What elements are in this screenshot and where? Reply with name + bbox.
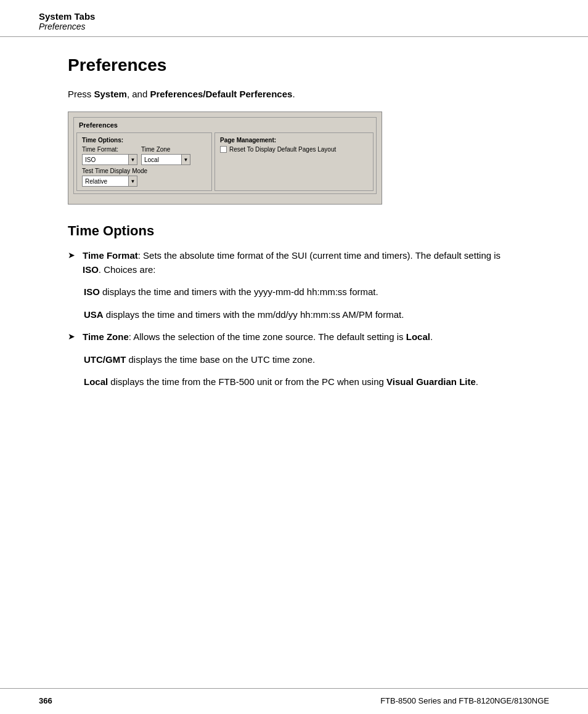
dialog-time-format-select[interactable]: ISO ▼ (82, 154, 137, 165)
dialog-left-section-label: Time Options: (82, 137, 206, 144)
dialog-body: Time Options: Time Format: ISO ▼ Time Zo… (76, 132, 374, 191)
dialog-checkbox-label: Reset To Display Default Pages Layout (229, 146, 336, 153)
dialog-format-col: Time Format: ISO ▼ (82, 146, 137, 165)
sub-text-usa: displays the time and timers with the mm… (104, 309, 404, 320)
intro-preferences: Preferences/Default Perferences (150, 89, 292, 99)
intro-suffix: . (292, 89, 295, 99)
dialog-timezone-value: Local (142, 156, 181, 163)
bullet-default-time-zone: Local (406, 331, 430, 342)
dialog-timezone-col: Time Zone Local ▼ (141, 146, 190, 165)
dialog-checkbox[interactable] (220, 146, 227, 153)
sub-bold-vgl: Visual Guardian Lite (386, 376, 476, 387)
sub-paragraph-local: Local displays the time from the FTB-500… (84, 375, 520, 389)
dialog-right-section-label: Page Management: (220, 137, 368, 144)
header-subtitle: Preferences (39, 22, 549, 31)
sub-paragraph-usa: USA displays the time and timers with th… (84, 308, 520, 322)
page-heading: Preferences (68, 55, 520, 75)
sub-bold-utc: UTC/GMT (84, 354, 126, 365)
dialog-time-format-value: ISO (83, 156, 128, 163)
bullet-default-time-format: ISO (83, 264, 99, 275)
sub-text-utc: displays the time base on the UTC time z… (126, 354, 315, 365)
bullet-arrow-time-format: ➤ (68, 250, 75, 261)
dialog-timezone-label: Time Zone (141, 146, 190, 153)
footer-product: FTB-8500 Series and FTB-8120NGE/8130NGE (380, 696, 549, 705)
sub-bold-usa: USA (84, 309, 104, 320)
bullet-arrow-time-zone: ➤ (68, 331, 75, 342)
dialog-title-bar: Preferences (76, 120, 374, 130)
sub-text-local2: . (476, 376, 478, 387)
dialog-timezone-arrow[interactable]: ▼ (181, 155, 190, 164)
dialog-checkbox-row: Reset To Display Default Pages Layout (220, 146, 368, 153)
dialog-screenshot: Preferences Time Options: Time Format: I… (68, 112, 382, 205)
dialog-timezone-select[interactable]: Local ▼ (141, 154, 190, 165)
intro-text: Press System, and Preferences/Default Pe… (68, 89, 520, 99)
bullet-choices: . Choices are: (99, 264, 156, 275)
bullet-item-time-zone: ➤ Time Zone: Allows the selection of the… (68, 330, 520, 344)
sub-paragraph-utc: UTC/GMT displays the time base on the UT… (84, 353, 520, 367)
main-content: Preferences Press System, and Preference… (0, 37, 588, 435)
bullet-text-time-format: : Sets the absolute time format of the S… (138, 250, 500, 261)
dialog-time-format-label: Time Format: (82, 146, 137, 153)
bullet-label-time-format: Time Format (83, 250, 138, 261)
intro-middle: , and (127, 89, 150, 99)
sub-text-local: displays the time from the FTB-500 unit … (108, 376, 386, 387)
time-options-heading: Time Options (68, 223, 520, 239)
sub-paragraph-iso: ISO displays the time and timers with th… (84, 285, 520, 299)
intro-prefix: Press (68, 89, 94, 99)
dialog-time-format-arrow[interactable]: ▼ (128, 155, 137, 164)
sub-text-iso: displays the time and timers with the yy… (100, 286, 378, 297)
header-title: System Tabs (39, 11, 549, 22)
dialog-test-time-area: Test Time Display Mode Relative ▼ (82, 168, 206, 187)
dialog-format-row: Time Format: ISO ▼ Time Zone Local ▼ (82, 146, 206, 165)
bullet-content-time-format: Time Format: Sets the absolute time form… (83, 249, 520, 277)
page-footer: 366 FTB-8500 Series and FTB-8120NGE/8130… (0, 688, 588, 714)
dialog-test-time-select[interactable]: Relative ▼ (82, 176, 137, 187)
sub-bold-local: Local (84, 376, 108, 387)
sub-bold-iso: ISO (84, 286, 100, 297)
bullet-content-time-zone: Time Zone: Allows the selection of the t… (83, 330, 433, 344)
dialog-right-panel: Page Management: Reset To Display Defaul… (214, 132, 374, 191)
footer-page-number: 366 (39, 696, 52, 705)
bullet-item-time-format: ➤ Time Format: Sets the absolute time fo… (68, 249, 520, 277)
dialog-test-time-value: Relative (83, 178, 128, 185)
intro-system: System (94, 89, 127, 99)
bullet-label-time-zone: Time Zone (83, 331, 129, 342)
bullet-period: . (430, 331, 433, 342)
dialog-inner: Preferences Time Options: Time Format: I… (73, 117, 377, 194)
dialog-left-panel: Time Options: Time Format: ISO ▼ Time Zo… (76, 132, 212, 191)
page-header: System Tabs Preferences (0, 0, 588, 37)
dialog-test-time-arrow[interactable]: ▼ (128, 176, 137, 186)
dialog-test-time-label: Test Time Display Mode (82, 168, 206, 174)
bullet-text-time-zone: : Allows the selection of the time zone … (129, 331, 406, 342)
